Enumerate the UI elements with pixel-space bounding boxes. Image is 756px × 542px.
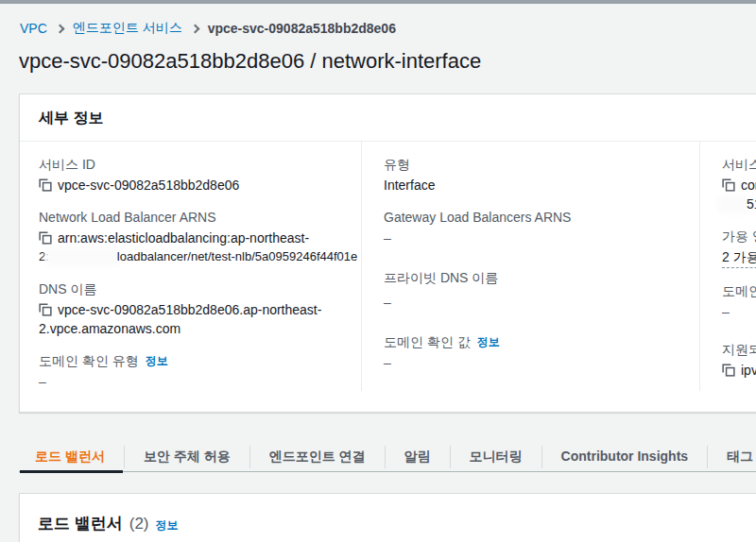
info-link[interactable]: 정보 <box>156 517 179 534</box>
nlb-arn-line2: 2:loadbalancer/net/test-nlb/5a0959246f44… <box>39 247 357 266</box>
load-balancer-card: 로드 밸런서 (2) 정보 가용 영역 ▼ 로드 밸런서 이름 <box>19 493 756 542</box>
field-domain-verify-type: 도메인 확인 유형 정보 – <box>39 351 348 391</box>
field-domain-verify-value: 도메인 확인 값 정보 – <box>384 332 699 372</box>
dns-name-line1: vpce-svc-09082a518bb2d8e06.ap-northeast- <box>58 300 321 319</box>
tab-allow-principals[interactable]: 보안 주체 허용 <box>125 442 249 472</box>
breadcrumb: VPC 엔드포인트 서비스 vpce-svc-09082a518bb2d8e06 <box>20 20 756 37</box>
field-domain-verify-name: 도메인 확인 이름 – <box>722 281 756 321</box>
field-dns-name: DNS 이름 vpce-svc-09082a518bb2d8e06.ap-nor… <box>39 279 348 338</box>
tab-monitoring[interactable]: 모니터링 <box>451 442 541 472</box>
top-nav-edge <box>0 0 756 4</box>
details-body: 서비스 ID vpce-svc-09082a518bb2d8e06 Networ… <box>20 142 756 412</box>
field-label: 도메인 확인 값 <box>384 332 471 351</box>
field-gwlb-arns: Gateway Load Balancers ARNS – <box>384 208 699 247</box>
chevron-right-icon <box>190 24 199 33</box>
details-column-2: 유형 Interface Gateway Load Balancers ARNS… <box>362 142 700 391</box>
tab-notifications[interactable]: 알림 <box>386 442 450 472</box>
field-label: Network Load Balancer ARNS <box>39 208 348 227</box>
breadcrumb-vpc[interactable]: VPC <box>20 21 47 36</box>
page-title: vpce-svc-09082a518bb2d8e06 / network-int… <box>19 49 756 74</box>
supported-ip-value: ipv4 <box>741 361 756 380</box>
empty-value: – <box>722 302 730 321</box>
field-label: 도메인 확인 이름 <box>722 281 756 300</box>
field-label: 지원되는 IP 주소 유형 <box>722 340 756 359</box>
field-label: Gateway Load Balancers ARNS <box>384 208 699 227</box>
copy-icon[interactable] <box>722 364 735 377</box>
field-label: 유형 <box>384 155 699 174</box>
field-service-id: 서비스 ID vpce-svc-09082a518bb2d8e06 <box>39 155 348 195</box>
empty-value: – <box>384 229 391 247</box>
breadcrumb-current: vpce-svc-09082a518bb2d8e06 <box>208 21 396 36</box>
load-balancer-header: 로드 밸런서 (2) 정보 <box>20 494 756 534</box>
copy-icon[interactable] <box>39 303 52 316</box>
field-service-name: 서비스 이름 com.am 51 <box>722 155 756 213</box>
details-column-1: 서비스 ID vpce-svc-09082a518bb2d8e06 Networ… <box>20 142 362 391</box>
field-supported-ip: 지원되는 IP 주소 유형 ipv4 <box>722 340 756 380</box>
field-availability-zones: 가용 영역 2 가용 영역 <box>722 227 756 268</box>
empty-value: – <box>39 372 46 391</box>
service-name-line1: com.am <box>741 176 756 195</box>
service-id-value: vpce-svc-09082a518bb2d8e06 <box>58 176 239 195</box>
breadcrumb-endpoint-services[interactable]: 엔드포인트 서비스 <box>73 20 182 37</box>
tab-tags[interactable]: 태그 <box>708 442 756 472</box>
details-card-header: 세부 정보 <box>20 94 756 142</box>
field-label: 서비스 이름 <box>722 155 756 174</box>
service-name-line2: 51 <box>722 195 756 213</box>
field-label: 가용 영역 <box>722 227 756 246</box>
field-type: 유형 Interface <box>384 155 699 195</box>
copy-icon[interactable] <box>39 178 52 192</box>
details-column-3: 서비스 이름 com.am 51 가용 영역 2 가용 영역 도메인 확인 이름… <box>700 142 756 391</box>
field-nlb-arns: Network Load Balancer ARNS arn:aws:elast… <box>39 208 348 266</box>
redacted-account-id <box>49 250 117 263</box>
copy-icon[interactable] <box>39 231 52 245</box>
field-private-dns: 프라이빗 DNS 이름 – <box>384 268 699 312</box>
item-count: (2) <box>129 515 149 534</box>
az-popover-link[interactable]: 2 가용 영역 <box>722 247 756 268</box>
copy-icon[interactable] <box>722 178 735 192</box>
filter-row <box>20 534 756 542</box>
tab-contributor-insights[interactable]: Contributor Insights <box>542 442 708 472</box>
tab-bar: 로드 밸런서 보안 주체 허용 엔드포인트 연결 알림 모니터링 Contrib… <box>19 442 756 472</box>
nlb-arn-line1: arn:aws:elasticloadbalancing:ap-northeas… <box>58 229 309 247</box>
tab-load-balancer[interactable]: 로드 밸런서 <box>19 442 124 472</box>
field-label: 서비스 ID <box>39 155 348 174</box>
dns-name-line2: 2.vpce.amazonaws.com <box>39 319 180 338</box>
details-card: 세부 정보 서비스 ID vpce-svc-09082a518bb2d8e06 … <box>19 93 756 413</box>
field-label: 도메인 확인 유형 <box>39 351 139 370</box>
info-link[interactable]: 정보 <box>477 332 500 351</box>
field-label: DNS 이름 <box>39 279 348 298</box>
empty-value: – <box>384 293 391 312</box>
chevron-right-icon <box>55 24 64 33</box>
empty-value: – <box>384 353 391 372</box>
info-link[interactable]: 정보 <box>146 351 168 370</box>
field-label: 프라이빗 DNS 이름 <box>384 268 699 287</box>
section-title: 로드 밸런서 <box>38 513 123 534</box>
type-value: Interface <box>384 176 435 195</box>
tab-endpoint-connections[interactable]: 엔드포인트 연결 <box>250 442 385 472</box>
redacted-text <box>722 198 747 211</box>
